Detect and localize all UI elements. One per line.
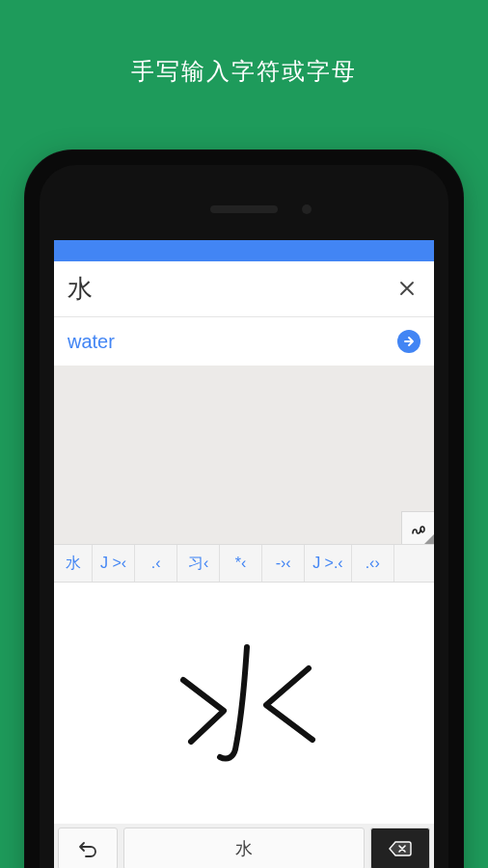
scribble-icon [410,520,427,537]
suggestion-item[interactable]: 水 [54,545,93,582]
suggestion-item[interactable]: J >‹ [93,545,135,582]
suggestion-item[interactable]: *‹ [220,545,262,582]
suggestion-item[interactable]: .‹› [352,545,394,582]
undo-key[interactable] [58,827,118,868]
phone-frame: 水 water 水 J >‹ .‹ 习‹ [24,149,464,868]
arrow-right-icon [402,335,416,348]
earpiece [210,205,278,213]
close-icon [399,281,415,296]
keyboard-bottom-bar: 水 [54,824,434,868]
sensor [302,204,312,214]
translation-text: water [68,331,397,353]
backspace-key[interactable] [370,827,430,868]
handwriting-stroke [162,636,326,771]
suggestion-item[interactable]: 习‹ [177,545,220,582]
suggestion-bar: 水 J >‹ .‹ 习‹ *‹ -›‹ J >.‹ .‹› [54,544,434,583]
suggestion-item[interactable]: J >.‹ [305,545,352,582]
app-header-bar [54,240,434,261]
content-area [54,366,434,544]
result-row[interactable]: water [54,317,434,366]
source-input[interactable]: 水 [68,272,393,306]
input-row: 水 [54,261,434,317]
handwrite-toggle[interactable] [401,511,434,544]
promo-title: 手写输入字符或字母 [0,0,488,87]
handwriting-canvas[interactable] [54,583,434,824]
backspace-icon [389,840,412,857]
clear-button[interactable] [393,271,420,308]
suggestion-item[interactable]: .‹ [135,545,177,582]
screen: 水 water 水 J >‹ .‹ 习‹ [54,240,434,868]
suggestion-item[interactable]: -›‹ [262,545,305,582]
go-button[interactable] [397,330,420,353]
space-key[interactable]: 水 [123,827,365,868]
undo-icon [77,838,98,859]
